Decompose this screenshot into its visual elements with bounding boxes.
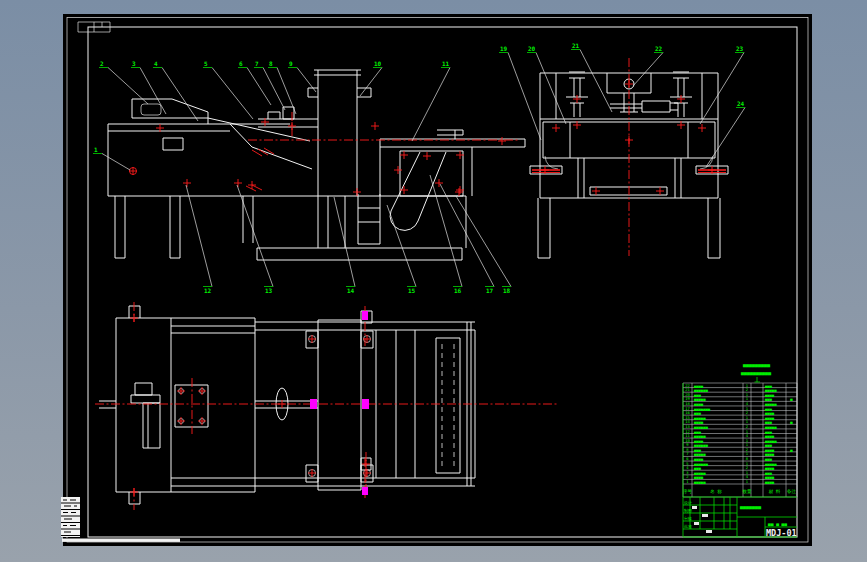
callout-label: 5 [204,60,208,67]
callout-label: 7 [255,60,259,67]
callout-label: 6 [239,60,243,67]
callout-label: 9 [289,60,293,67]
callout-label: 23 [736,45,744,52]
note-line-1: ▄▄▄▄▄▄▄▄▄ [742,361,771,368]
callout-label: 3 [132,60,136,67]
sign-label: 审核 [684,516,692,521]
note-line-2: ▄▄▄▄▄▄▄▄▄▄ [740,369,772,376]
callout-label: 8 [269,60,273,67]
callout-label: 12 [204,287,212,294]
callout-label: 1 [94,146,98,153]
binding-strip [62,539,180,542]
callout-label: 14 [347,287,355,294]
callout-label: 17 [486,287,494,294]
callout-label: 24 [737,100,745,107]
bom-header: 名 称 [710,489,722,494]
callout-label: 13 [265,287,273,294]
drawing-canvas: 123456789101112131415161718192021222324 … [0,0,867,562]
cad-viewport[interactable]: 123456789101112131415161718192021222324 … [0,0,867,562]
bom-header: 数量 [743,489,753,494]
callout-label: 15 [408,287,416,294]
callout-label: 4 [154,60,158,67]
callout-label: 11 [442,60,450,67]
drawing-number: MDJ-01 [766,528,797,538]
bom-header: 序号 [683,489,693,494]
callout-label: 21 [572,42,580,49]
callout-label: 22 [655,45,663,52]
titleblock-info-top: ▄▄▄▄▄▄▄ [739,503,762,510]
bom-cell: ▄▄▄▄ [764,479,775,484]
bom-header: 备注 [787,489,797,494]
callout-label: 10 [374,60,382,67]
sign-label: 批准 [684,524,692,529]
callout-label: 20 [528,45,536,52]
callout-label: 19 [500,45,508,52]
callout-label: 2 [100,60,104,67]
bom-cell: ▄▄▄▄▄ [693,479,706,484]
callout-label: 18 [503,287,511,294]
callout-label: 16 [454,287,462,294]
sign-label: 设计 [684,500,692,505]
